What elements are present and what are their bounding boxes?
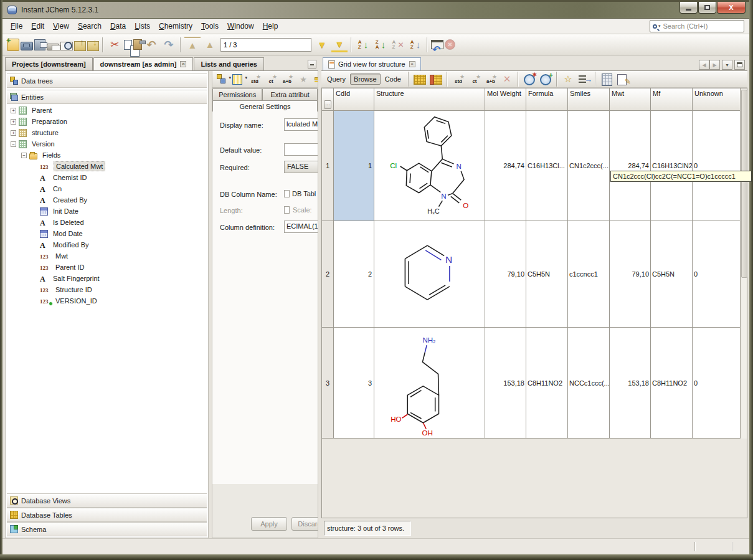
menu-help[interactable]: Help [258,20,283,32]
mode-browse-button[interactable]: Browse [350,74,381,85]
tree-item-structure[interactable]: +structure [7,127,207,138]
paste-icon[interactable] [133,39,142,50]
cell-cdid[interactable]: 3 [334,328,374,439]
cell-mol-weight[interactable]: 284,74 [485,111,526,221]
new-chemical-terms-field-icon[interactable]: ★ct [263,72,278,86]
cell-unknown[interactable]: 0 [693,111,741,221]
length-checkbox[interactable] [284,206,290,214]
cell-cdid[interactable]: 2 [334,221,374,328]
row-number-cell[interactable]: 2 [322,221,334,328]
tab-downstream-as-admin-[interactable]: downstream [as admin]× [93,57,194,70]
default-value-input[interactable] [284,143,318,156]
maximize-panel-button[interactable] [734,60,745,70]
columns-menu-icon[interactable]: ▾ [231,72,246,86]
tree-item-preparation[interactable]: +Preparation [7,116,207,127]
undo-icon[interactable] [143,37,159,52]
entities-header[interactable]: Entities [7,90,207,104]
sort-custom-icon[interactable] [407,37,424,52]
table-row[interactable]: 33 NH₂ HO OH 153,18C8H11NO2NCCc1ccc(...1… [322,328,741,439]
stop-icon[interactable] [445,39,455,50]
close-tab-icon[interactable]: × [180,61,186,67]
tree-item-fields[interactable]: −Fields [7,149,207,161]
menu-lists[interactable]: Lists [130,20,154,32]
expand-icon[interactable]: + [11,119,16,125]
data-trees-header[interactable]: Data trees [7,74,207,88]
data-tree-menu-icon[interactable]: ▾ [215,72,230,86]
cell-smiles[interactable]: CN1c2ccc(... [568,111,610,221]
collapse-icon[interactable]: − [11,141,16,147]
tree-item-salt-fingerprint[interactable]: Salt Fingerprint [7,273,207,284]
menu-window[interactable]: Window [223,20,258,32]
column-header-mol-weight[interactable]: Mol Weight [485,88,526,111]
cell-formula[interactable]: C8H11NO2 [526,328,568,439]
cell-structure[interactable]: NH₂ HO OH [374,328,485,439]
detach-view-icon[interactable] [431,40,443,49]
cell-structure[interactable]: N [374,221,485,328]
delete-field-icon[interactable] [500,72,514,86]
tree-item-parent[interactable]: +Parent [7,105,207,116]
scroll-tabs-right-button[interactable]: ▶ [709,60,720,70]
tab-lists-and-queries[interactable]: Lists and queries [194,57,263,70]
open-project-icon[interactable] [21,42,33,50]
cell-smiles[interactable]: c1ccncc1 [568,221,610,328]
new-additional-field-icon[interactable]: ★a+b [280,72,295,86]
select-columns-button[interactable]: ... [324,100,331,109]
menu-chemistry[interactable]: Chemistry [154,20,197,32]
cell-unknown[interactable]: 0 [693,221,741,328]
cell-unknown[interactable]: 0 [693,328,741,439]
cell-structure[interactable]: N O N H₃C Cl [374,111,485,221]
table-row[interactable]: 22 N 79,10C5H5Nc1ccncc179,10C5H5N0 [322,221,741,328]
column-header-cdid[interactable]: CdId [334,88,374,111]
menu-view[interactable]: View [49,20,73,32]
vertical-scrollbar[interactable] [740,88,747,439]
column-header-mf[interactable]: Mf [651,88,693,111]
menu-tools[interactable]: Tools [197,20,223,32]
import-icon[interactable] [87,41,99,51]
save-all-icon[interactable] [34,39,45,50]
redo-icon[interactable] [161,37,177,52]
required-combo[interactable]: FALSE [284,161,318,173]
mode-query-button[interactable]: Query [324,74,349,84]
cell-mwt[interactable]: 153,18 [610,328,651,439]
cell-formula[interactable]: C5H5N [526,221,568,328]
tree-item-modified-by[interactable]: Modified By [7,239,207,250]
apply-button[interactable]: Apply [251,517,287,531]
expand-icon[interactable]: + [11,108,16,113]
export-icon[interactable] [74,41,86,51]
row-number-cell[interactable]: 3 [322,328,334,439]
column-header-mwt[interactable]: Mwt [610,88,651,111]
print-icon[interactable] [47,44,59,50]
go-next-icon[interactable] [314,37,330,52]
column-definition-input[interactable]: ECIMAL(1 [284,221,318,233]
column-header-formula[interactable]: Formula [526,88,568,111]
section-schema[interactable]: Schema [7,522,207,536]
cell-cdid[interactable]: 1 [334,111,374,221]
tab-list-dropdown-button[interactable]: ▾ [722,60,732,70]
calculator-icon[interactable] [599,72,614,86]
tree-item-cn[interactable]: Cn [7,183,207,194]
new-form-icon[interactable] [7,39,19,51]
cell-mf[interactable]: C16H13ClN2O [651,111,693,221]
section-database-views[interactable]: Database Views [7,493,207,508]
minimize-group-button[interactable] [308,60,316,69]
web-new-icon[interactable] [522,72,537,86]
search-dropdown-icon[interactable]: ▾ [658,24,661,29]
sort-descending-icon[interactable] [372,37,389,52]
new-chemical-terms-field-icon[interactable]: ★ct [467,72,482,86]
quick-search-box[interactable]: ▾ Search (Ctrl+I) [650,20,744,32]
cell-mwt[interactable]: 79,10 [610,221,651,328]
cell-mol-weight[interactable]: 79,10 [485,221,526,328]
go-last-icon[interactable] [331,37,348,52]
tab-extra-attributes[interactable]: Extra attribut [262,88,318,100]
go-first-icon[interactable] [184,37,201,52]
cell-mol-weight[interactable]: 153,18 [485,328,526,439]
restore-button[interactable] [698,2,716,14]
tab-general-settings[interactable]: General Settings [212,100,318,112]
db-column-checkbox[interactable] [284,190,290,197]
section-database-tables[interactable]: Database Tables [7,508,207,522]
menu-search[interactable]: Search [73,20,106,32]
table-row[interactable]: 11 N O N H₃C Cl 284,74C16H13Cl...CN1c2cc… [322,111,741,221]
cell-smiles[interactable]: NCCc1ccc(... [568,328,610,439]
cell-mf[interactable]: C8H11NO2 [651,328,693,439]
new-standard-field-icon[interactable]: ★std [247,72,262,86]
